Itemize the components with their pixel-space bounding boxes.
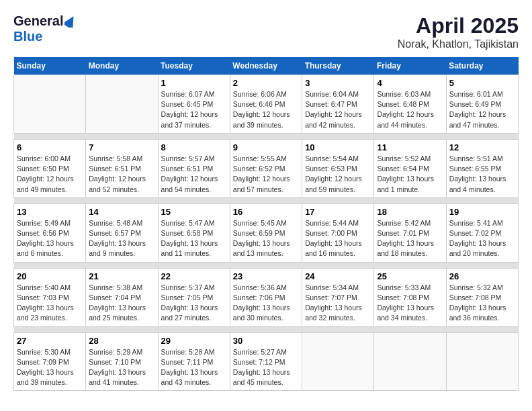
day-info: Sunrise: 5:30 AMSunset: 7:09 PMDaylight:… — [17, 347, 83, 388]
weekday-header: Sunday — [14, 57, 86, 75]
day-number: 13 — [17, 207, 83, 217]
calendar-cell: 11Sunrise: 5:52 AMSunset: 6:54 PMDayligh… — [374, 139, 446, 197]
day-info: Sunrise: 6:03 AMSunset: 6:48 PMDaylight:… — [377, 89, 443, 130]
week-divider-row — [14, 326, 519, 332]
week-divider-row — [14, 197, 519, 203]
day-info: Sunrise: 6:04 AMSunset: 6:47 PMDaylight:… — [305, 89, 371, 130]
day-info: Sunrise: 5:48 AMSunset: 6:57 PMDaylight:… — [89, 218, 154, 259]
calendar-cell: 8Sunrise: 5:57 AMSunset: 6:51 PMDaylight… — [158, 139, 230, 197]
day-number: 3 — [305, 78, 371, 88]
calendar-cell: 6Sunrise: 6:00 AMSunset: 6:50 PMDaylight… — [14, 139, 86, 197]
day-info: Sunrise: 5:38 AMSunset: 7:04 PMDaylight:… — [89, 283, 154, 324]
logo: General Blue — [13, 13, 77, 44]
day-number: 29 — [161, 336, 227, 346]
weekday-header: Thursday — [302, 57, 374, 75]
day-number: 16 — [233, 207, 299, 217]
day-number: 22 — [161, 271, 227, 281]
logo-blue: Blue — [13, 29, 42, 44]
calendar-cell: 1Sunrise: 6:07 AMSunset: 6:45 PMDaylight… — [158, 75, 230, 134]
calendar-cell: 15Sunrise: 5:47 AMSunset: 6:58 PMDayligh… — [158, 203, 230, 262]
calendar-week-row: 6Sunrise: 6:00 AMSunset: 6:50 PMDaylight… — [14, 139, 519, 197]
calendar-title: April 2025 — [398, 13, 519, 38]
week-divider-row — [14, 133, 519, 139]
day-info: Sunrise: 6:06 AMSunset: 6:46 PMDaylight:… — [233, 89, 299, 130]
calendar-cell: 27Sunrise: 5:30 AMSunset: 7:09 PMDayligh… — [14, 332, 86, 391]
calendar-cell: 26Sunrise: 5:32 AMSunset: 7:08 PMDayligh… — [446, 268, 518, 326]
day-number: 2 — [233, 78, 299, 88]
day-info: Sunrise: 5:51 AMSunset: 6:55 PMDaylight:… — [449, 154, 515, 195]
day-info: Sunrise: 6:07 AMSunset: 6:45 PMDaylight:… — [161, 89, 227, 130]
calendar-table: SundayMondayTuesdayWednesdayThursdayFrid… — [13, 57, 519, 391]
day-info: Sunrise: 5:29 AMSunset: 7:10 PMDaylight:… — [89, 347, 154, 388]
calendar-week-row: 20Sunrise: 5:40 AMSunset: 7:03 PMDayligh… — [14, 268, 519, 326]
day-info: Sunrise: 5:57 AMSunset: 6:51 PMDaylight:… — [161, 154, 227, 195]
day-number: 30 — [233, 336, 299, 346]
calendar-body: 1Sunrise: 6:07 AMSunset: 6:45 PMDaylight… — [14, 75, 519, 391]
calendar-cell: 19Sunrise: 5:41 AMSunset: 7:02 PMDayligh… — [446, 203, 518, 262]
day-info: Sunrise: 5:54 AMSunset: 6:53 PMDaylight:… — [305, 154, 371, 195]
day-number: 4 — [377, 78, 443, 88]
calendar-cell: 21Sunrise: 5:38 AMSunset: 7:04 PMDayligh… — [86, 268, 158, 326]
calendar-cell: 20Sunrise: 5:40 AMSunset: 7:03 PMDayligh… — [14, 268, 86, 326]
calendar-cell: 10Sunrise: 5:54 AMSunset: 6:53 PMDayligh… — [302, 139, 374, 197]
day-info: Sunrise: 5:34 AMSunset: 7:07 PMDaylight:… — [305, 283, 371, 324]
day-info: Sunrise: 5:55 AMSunset: 6:52 PMDaylight:… — [233, 154, 299, 195]
calendar-cell: 25Sunrise: 5:33 AMSunset: 7:08 PMDayligh… — [374, 268, 446, 326]
calendar-cell: 12Sunrise: 5:51 AMSunset: 6:55 PMDayligh… — [446, 139, 518, 197]
day-number: 8 — [161, 142, 227, 152]
calendar-cell: 9Sunrise: 5:55 AMSunset: 6:52 PMDaylight… — [230, 139, 302, 197]
day-number: 28 — [89, 336, 154, 346]
day-number: 26 — [449, 271, 515, 281]
day-info: Sunrise: 5:42 AMSunset: 7:01 PMDaylight:… — [377, 218, 443, 259]
page-header: General Blue April 2025 Norak, Khatlon, … — [13, 13, 519, 50]
day-number: 23 — [233, 271, 299, 281]
day-info: Sunrise: 5:36 AMSunset: 7:06 PMDaylight:… — [233, 283, 299, 324]
calendar-cell: 5Sunrise: 6:01 AMSunset: 6:49 PMDaylight… — [446, 75, 518, 134]
calendar-cell: 3Sunrise: 6:04 AMSunset: 6:47 PMDaylight… — [302, 75, 374, 134]
day-number: 5 — [449, 78, 515, 88]
day-number: 7 — [89, 142, 154, 152]
calendar-cell — [86, 75, 158, 134]
calendar-cell: 28Sunrise: 5:29 AMSunset: 7:10 PMDayligh… — [86, 332, 158, 391]
week-divider — [14, 262, 519, 268]
calendar-cell — [446, 332, 518, 391]
week-divider-row — [14, 262, 519, 268]
calendar-cell — [302, 332, 374, 391]
calendar-cell: 24Sunrise: 5:34 AMSunset: 7:07 PMDayligh… — [302, 268, 374, 326]
weekday-header: Friday — [374, 57, 446, 75]
calendar-week-row: 13Sunrise: 5:49 AMSunset: 6:56 PMDayligh… — [14, 203, 519, 262]
day-number: 24 — [305, 271, 371, 281]
day-number: 27 — [17, 336, 83, 346]
day-number: 21 — [89, 271, 154, 281]
weekday-header: Saturday — [446, 57, 518, 75]
weekday-header: Wednesday — [230, 57, 302, 75]
calendar-cell: 16Sunrise: 5:45 AMSunset: 6:59 PMDayligh… — [230, 203, 302, 262]
calendar-header-row: SundayMondayTuesdayWednesdayThursdayFrid… — [14, 57, 519, 75]
calendar-cell: 18Sunrise: 5:42 AMSunset: 7:01 PMDayligh… — [374, 203, 446, 262]
day-info: Sunrise: 5:32 AMSunset: 7:08 PMDaylight:… — [449, 283, 515, 324]
calendar-cell: 13Sunrise: 5:49 AMSunset: 6:56 PMDayligh… — [14, 203, 86, 262]
day-number: 25 — [377, 271, 443, 281]
day-info: Sunrise: 5:49 AMSunset: 6:56 PMDaylight:… — [17, 218, 83, 259]
calendar-week-row: 27Sunrise: 5:30 AMSunset: 7:09 PMDayligh… — [14, 332, 519, 391]
day-info: Sunrise: 5:37 AMSunset: 7:05 PMDaylight:… — [161, 283, 227, 324]
logo-icon — [64, 15, 77, 28]
calendar-cell: 14Sunrise: 5:48 AMSunset: 6:57 PMDayligh… — [86, 203, 158, 262]
day-info: Sunrise: 5:58 AMSunset: 6:51 PMDaylight:… — [89, 154, 154, 195]
weekday-header: Tuesday — [158, 57, 230, 75]
day-number: 9 — [233, 142, 299, 152]
day-number: 14 — [89, 207, 154, 217]
calendar-cell: 30Sunrise: 5:27 AMSunset: 7:12 PMDayligh… — [230, 332, 302, 391]
logo-general: General — [13, 13, 63, 29]
day-info: Sunrise: 6:01 AMSunset: 6:49 PMDaylight:… — [449, 89, 515, 130]
day-info: Sunrise: 6:00 AMSunset: 6:50 PMDaylight:… — [17, 154, 83, 195]
calendar-cell: 4Sunrise: 6:03 AMSunset: 6:48 PMDaylight… — [374, 75, 446, 134]
day-number: 19 — [449, 207, 515, 217]
day-number: 1 — [161, 78, 227, 88]
calendar-subtitle: Norak, Khatlon, Tajikistan — [398, 38, 519, 50]
day-info: Sunrise: 5:28 AMSunset: 7:11 PMDaylight:… — [161, 347, 227, 388]
day-number: 12 — [449, 142, 515, 152]
day-info: Sunrise: 5:41 AMSunset: 7:02 PMDaylight:… — [449, 218, 515, 259]
day-info: Sunrise: 5:44 AMSunset: 7:00 PMDaylight:… — [305, 218, 371, 259]
week-divider — [14, 326, 519, 332]
